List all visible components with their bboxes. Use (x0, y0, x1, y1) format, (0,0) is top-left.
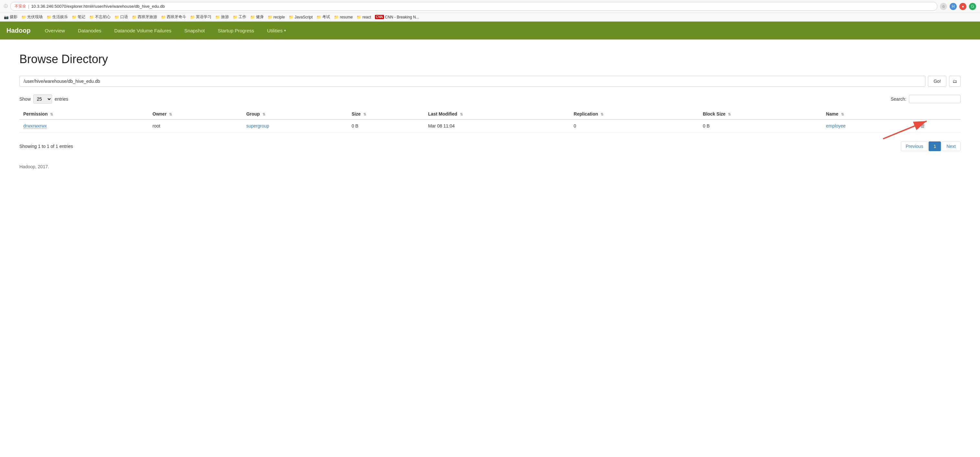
col-name[interactable]: Name ⇅ (822, 109, 916, 120)
nav-utilities[interactable]: Utilities ▾ (261, 22, 292, 39)
folder-open-icon: 🗂 (953, 79, 957, 84)
col-actions (916, 109, 961, 120)
bookmark-exam[interactable]: 📁 考试 (317, 14, 330, 20)
cell-owner: root (149, 120, 242, 133)
hadoop-brand[interactable]: Hadoop (6, 22, 38, 40)
sort-icon-modified: ⇅ (460, 112, 463, 116)
bookmark-reciple[interactable]: 📁 reciple (267, 15, 285, 19)
bottom-row: Showing 1 to 1 of 1 entries Previous 1 N… (19, 137, 961, 151)
sort-icon-owner: ⇅ (169, 112, 172, 116)
col-owner[interactable]: Owner ⇅ (149, 109, 242, 120)
cell-block-size: 0 B (699, 120, 822, 133)
extension-icon-3[interactable]: G (969, 3, 976, 10)
bookmark-resume[interactable]: 📁 resume (334, 15, 353, 19)
bookmark-english[interactable]: 📁 英语学习 (190, 14, 212, 20)
path-input[interactable] (19, 76, 925, 87)
sort-icon-size: ⇅ (363, 112, 366, 116)
extension-icon-1[interactable]: H (950, 3, 957, 10)
info-icon: ⓘ (4, 3, 8, 9)
search-row: Search: (891, 95, 961, 103)
insecure-label: 不安全 (14, 3, 26, 9)
nav-datanodes[interactable]: Datanodes (72, 22, 108, 39)
nav-overview[interactable]: Overview (38, 22, 72, 39)
go-button[interactable]: Go! (928, 76, 947, 87)
sort-icon-replication: ⇅ (601, 112, 603, 116)
permission-link[interactable]: drwxrwxrwx (23, 123, 47, 129)
extension-icon-2[interactable]: ● (959, 3, 966, 10)
cell-permission: drwxrwxrwx (19, 120, 149, 133)
previous-button[interactable]: Previous (901, 141, 928, 151)
cell-delete: 🗑 (916, 120, 961, 133)
col-permission[interactable]: Permission ⇅ (19, 109, 149, 120)
col-replication[interactable]: Replication ⇅ (570, 109, 699, 120)
page-1-button[interactable]: 1 (929, 141, 941, 151)
col-group[interactable]: Group ⇅ (242, 109, 348, 120)
browser-actions: ☆ H ● G (940, 3, 976, 10)
show-label: Show (19, 96, 31, 102)
address-bar[interactable]: 不安全 | 10.3.36.246:50070/explorer.html#/u… (10, 2, 937, 11)
sort-icon-permission: ⇅ (50, 112, 53, 116)
star-icon[interactable]: ☆ (940, 3, 947, 10)
nav-datanode-volume-failures[interactable]: Datanode Volume Failures (108, 22, 178, 39)
nav-snapshot[interactable]: Snapshot (178, 22, 211, 39)
bookmark-travel[interactable]: 📁 旅游 (215, 14, 229, 20)
table-header: Permission ⇅ Owner ⇅ Group ⇅ Size ⇅ Last… (19, 109, 961, 120)
sort-icon-name: ⇅ (841, 112, 844, 116)
folder-icon-2: 📁 (46, 15, 51, 19)
file-name-link[interactable]: employee (826, 123, 846, 128)
entries-left: Show 10 25 50 100 entries (19, 94, 68, 104)
cell-replication: 0 (570, 120, 699, 133)
bookmark-spain-chess[interactable]: 📁 西班牙奇斗 (161, 14, 186, 20)
folder-icon-10: 📁 (233, 15, 237, 19)
sort-icon-blocksize: ⇅ (728, 112, 731, 116)
folder-icon-9: 📁 (215, 15, 220, 19)
folder-icon-4: 📁 (89, 15, 94, 19)
pagination: Previous 1 Next (901, 141, 961, 151)
search-label: Search: (891, 96, 906, 102)
folder-browse-button[interactable]: 🗂 (949, 76, 961, 87)
folder-icon-8: 📁 (190, 15, 195, 19)
entries-row: Show 10 25 50 100 entries Search: (19, 94, 961, 104)
bookmark-entertainment[interactable]: 📁 生活娱乐 (46, 14, 68, 20)
footer: Hadoop, 2017. (19, 164, 961, 169)
cnn-icon: CNN (375, 15, 384, 19)
directory-table: Permission ⇅ Owner ⇅ Group ⇅ Size ⇅ Last… (19, 109, 961, 133)
bookmark-solar[interactable]: 📁 光伏现场 (21, 14, 43, 20)
main-content: Browse Directory Go! 🗂 Show 10 25 50 100… (0, 40, 980, 182)
col-last-modified[interactable]: Last Modified ⇅ (424, 109, 570, 120)
col-block-size[interactable]: Block Size ⇅ (699, 109, 822, 120)
bookmark-speaking[interactable]: 📁 口语 (115, 14, 128, 20)
bookmark-spain-travel[interactable]: 📁 西班牙旅游 (132, 14, 157, 20)
col-size[interactable]: Size ⇅ (348, 109, 425, 120)
table-row: drwxrwxrwx root supergroup 0 B Mar 08 11… (19, 120, 961, 133)
url-text: 10.3.36.246:50070/explorer.html#/user/hi… (31, 4, 164, 9)
bookmark-photography[interactable]: 📷 摄影 (4, 14, 18, 20)
chevron-down-icon: ▾ (284, 29, 286, 33)
bookmark-work[interactable]: 📁 工作 (233, 14, 246, 20)
cell-size: 0 B (348, 120, 425, 133)
bookmark-react[interactable]: 📁 react (356, 15, 371, 19)
bookmark-notes[interactable]: 📁 笔记 (72, 14, 85, 20)
group-link[interactable]: supergroup (246, 123, 269, 128)
bookmark-cnn[interactable]: CNN CNN - Breaking N... (375, 15, 419, 19)
entries-select[interactable]: 10 25 50 100 (33, 94, 52, 104)
folder-icon-5: 📁 (115, 15, 119, 19)
address-bar-row: ⓘ 不安全 | 10.3.36.246:50070/explorer.html#… (0, 0, 980, 13)
bookmark-remember[interactable]: 📁 不忘初心 (89, 14, 111, 20)
cell-name: employee (822, 120, 916, 133)
folder-icon-3: 📁 (72, 15, 76, 19)
folder-icon-11: 📁 (250, 15, 255, 19)
delete-icon[interactable]: 🗑 (920, 123, 925, 128)
table-body: drwxrwxrwx root supergroup 0 B Mar 08 11… (19, 120, 961, 133)
next-button[interactable]: Next (942, 141, 961, 151)
search-input[interactable] (909, 95, 961, 103)
footer-text: Hadoop, 2017. (19, 164, 49, 169)
showing-info: Showing 1 to 1 of 1 entries (19, 144, 73, 149)
browser-chrome: ⓘ 不安全 | 10.3.36.246:50070/explorer.html#… (0, 0, 980, 22)
table-section: Permission ⇅ Owner ⇅ Group ⇅ Size ⇅ Last… (19, 109, 961, 151)
cell-last-modified: Mar 08 11:04 (424, 120, 570, 133)
sort-icon-group: ⇅ (262, 112, 266, 116)
bookmark-fitness[interactable]: 📁 健身 (250, 14, 264, 20)
nav-startup-progress[interactable]: Startup Progress (212, 22, 261, 39)
bookmark-javascript[interactable]: 📁 JavaScript (289, 15, 313, 19)
